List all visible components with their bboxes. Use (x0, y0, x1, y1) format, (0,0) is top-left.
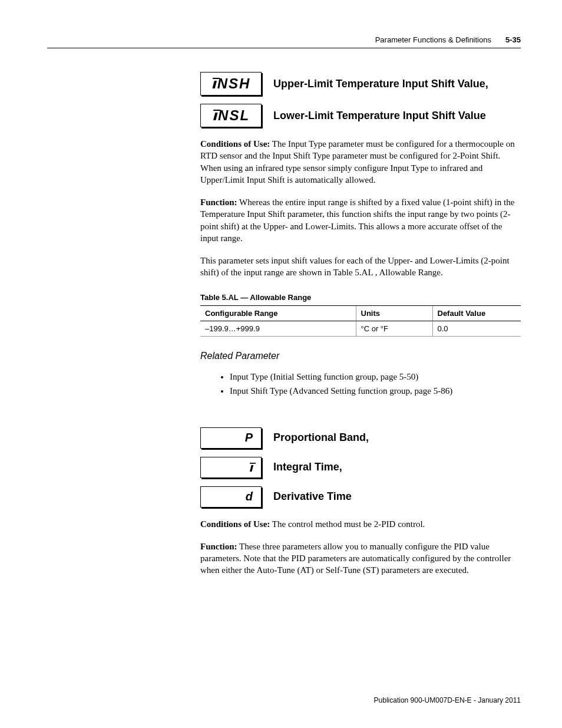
allowable-range-table: Configurable Range Units Default Value –… (200, 305, 521, 337)
param-title-derivative: Derivative Time (273, 490, 352, 503)
param-d-row: d Derivative Time (200, 486, 521, 508)
display-box-insh: i̅NSH (200, 72, 262, 95)
param-p-row: P Proportional Band, (200, 427, 521, 449)
function-text-2: Function: These three parameters allow y… (200, 541, 521, 577)
table-row: –199.9…+999.9 °C or °F 0.0 (200, 321, 521, 336)
conditions-of-use-2: Conditions of Use: The control method mu… (200, 518, 521, 530)
display-box-insl: i̅NSL (200, 104, 262, 127)
list-item: Input Type (Initial Setting function gro… (230, 370, 521, 384)
page-number: 5-35 (505, 35, 521, 44)
function-text-1: Function: Whereas the entire input range… (200, 196, 521, 244)
page-header: Parameter Functions & Definitions 5-35 (47, 35, 521, 48)
th-default-value: Default Value (432, 305, 521, 321)
footer-publication: Publication 900-UM007D-EN-E - January 20… (374, 696, 521, 704)
display-box-p: P (200, 427, 262, 449)
param-title-upper: Upper-Limit Temperature Input Shift Valu… (273, 78, 488, 90)
param-title-lower: Lower-Limit Temperature Input Shift Valu… (273, 110, 486, 122)
th-units: Units (356, 305, 432, 321)
display-box-i: i̅ (200, 457, 262, 478)
param-title-proportional: Proportional Band, (273, 431, 369, 444)
param-i-row: i̅ Integral Time, (200, 457, 521, 478)
header-section: Parameter Functions & Definitions (375, 35, 491, 44)
conditions-of-use-1: Conditions of Use: The Input Type parame… (200, 138, 521, 186)
table-caption: Table 5.AL — Allowable Range (200, 293, 521, 302)
list-item: Input Shift Type (Advanced Setting funct… (230, 384, 521, 398)
th-configurable-range: Configurable Range (200, 305, 356, 321)
param-insl-row: i̅NSL Lower-Limit Temperature Input Shif… (200, 104, 521, 127)
related-list: Input Type (Initial Setting function gro… (230, 370, 521, 398)
extra-text-1: This parameter sets input shift values f… (200, 255, 521, 279)
related-parameter-heading: Related Parameter (200, 351, 521, 361)
param-title-integral: Integral Time, (273, 461, 342, 473)
param-insh-row: i̅NSH Upper-Limit Temperature Input Shif… (200, 72, 521, 95)
display-box-d: d (200, 486, 262, 508)
